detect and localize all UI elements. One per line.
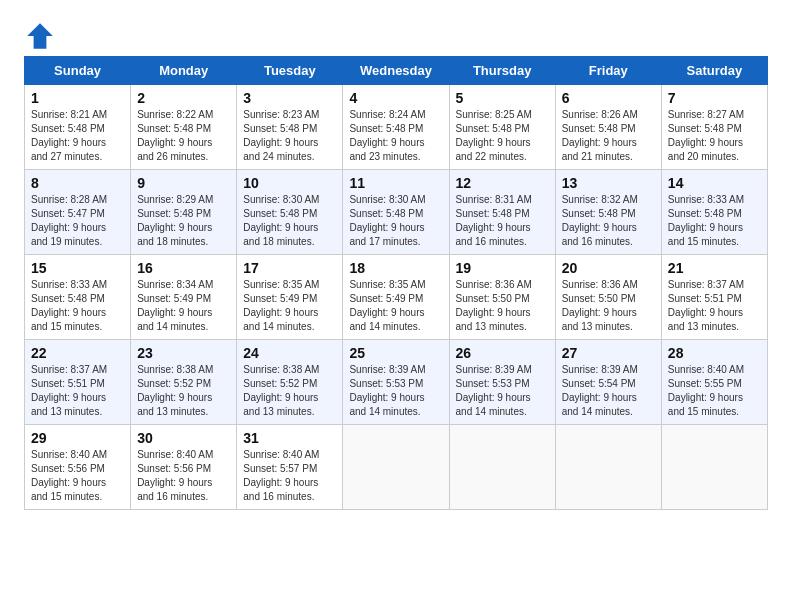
header bbox=[24, 20, 768, 52]
day-info: Sunrise: 8:40 AMSunset: 5:56 PMDaylight:… bbox=[31, 449, 107, 502]
day-info: Sunrise: 8:35 AMSunset: 5:49 PMDaylight:… bbox=[243, 279, 319, 332]
day-number: 23 bbox=[137, 345, 230, 361]
calendar-cell: 15 Sunrise: 8:33 AMSunset: 5:48 PMDaylig… bbox=[25, 255, 131, 340]
day-number: 26 bbox=[456, 345, 549, 361]
day-info: Sunrise: 8:33 AMSunset: 5:48 PMDaylight:… bbox=[668, 194, 744, 247]
day-header-wednesday: Wednesday bbox=[343, 57, 449, 85]
calendar-week-1: 1 Sunrise: 8:21 AMSunset: 5:48 PMDayligh… bbox=[25, 85, 768, 170]
day-info: Sunrise: 8:38 AMSunset: 5:52 PMDaylight:… bbox=[243, 364, 319, 417]
day-info: Sunrise: 8:25 AMSunset: 5:48 PMDaylight:… bbox=[456, 109, 532, 162]
day-number: 10 bbox=[243, 175, 336, 191]
day-info: Sunrise: 8:37 AMSunset: 5:51 PMDaylight:… bbox=[668, 279, 744, 332]
day-number: 21 bbox=[668, 260, 761, 276]
day-info: Sunrise: 8:39 AMSunset: 5:54 PMDaylight:… bbox=[562, 364, 638, 417]
day-header-monday: Monday bbox=[131, 57, 237, 85]
calendar-cell: 8 Sunrise: 8:28 AMSunset: 5:47 PMDayligh… bbox=[25, 170, 131, 255]
day-number: 16 bbox=[137, 260, 230, 276]
day-info: Sunrise: 8:28 AMSunset: 5:47 PMDaylight:… bbox=[31, 194, 107, 247]
svg-marker-0 bbox=[27, 23, 53, 49]
calendar-cell bbox=[661, 425, 767, 510]
calendar-cell: 13 Sunrise: 8:32 AMSunset: 5:48 PMDaylig… bbox=[555, 170, 661, 255]
calendar-cell: 21 Sunrise: 8:37 AMSunset: 5:51 PMDaylig… bbox=[661, 255, 767, 340]
day-header-friday: Friday bbox=[555, 57, 661, 85]
day-number: 2 bbox=[137, 90, 230, 106]
calendar-cell: 4 Sunrise: 8:24 AMSunset: 5:48 PMDayligh… bbox=[343, 85, 449, 170]
day-info: Sunrise: 8:36 AMSunset: 5:50 PMDaylight:… bbox=[562, 279, 638, 332]
day-info: Sunrise: 8:38 AMSunset: 5:52 PMDaylight:… bbox=[137, 364, 213, 417]
day-number: 13 bbox=[562, 175, 655, 191]
day-number: 8 bbox=[31, 175, 124, 191]
calendar-header-row: SundayMondayTuesdayWednesdayThursdayFrid… bbox=[25, 57, 768, 85]
calendar-cell: 10 Sunrise: 8:30 AMSunset: 5:48 PMDaylig… bbox=[237, 170, 343, 255]
day-header-thursday: Thursday bbox=[449, 57, 555, 85]
day-header-tuesday: Tuesday bbox=[237, 57, 343, 85]
day-number: 12 bbox=[456, 175, 549, 191]
calendar-cell: 29 Sunrise: 8:40 AMSunset: 5:56 PMDaylig… bbox=[25, 425, 131, 510]
day-number: 18 bbox=[349, 260, 442, 276]
day-info: Sunrise: 8:27 AMSunset: 5:48 PMDaylight:… bbox=[668, 109, 744, 162]
day-info: Sunrise: 8:37 AMSunset: 5:51 PMDaylight:… bbox=[31, 364, 107, 417]
day-info: Sunrise: 8:39 AMSunset: 5:53 PMDaylight:… bbox=[456, 364, 532, 417]
calendar-cell: 1 Sunrise: 8:21 AMSunset: 5:48 PMDayligh… bbox=[25, 85, 131, 170]
calendar-cell: 17 Sunrise: 8:35 AMSunset: 5:49 PMDaylig… bbox=[237, 255, 343, 340]
calendar-cell: 27 Sunrise: 8:39 AMSunset: 5:54 PMDaylig… bbox=[555, 340, 661, 425]
day-number: 22 bbox=[31, 345, 124, 361]
day-number: 29 bbox=[31, 430, 124, 446]
day-number: 27 bbox=[562, 345, 655, 361]
calendar-cell: 30 Sunrise: 8:40 AMSunset: 5:56 PMDaylig… bbox=[131, 425, 237, 510]
calendar-week-4: 22 Sunrise: 8:37 AMSunset: 5:51 PMDaylig… bbox=[25, 340, 768, 425]
calendar-cell: 7 Sunrise: 8:27 AMSunset: 5:48 PMDayligh… bbox=[661, 85, 767, 170]
logo-icon bbox=[24, 20, 56, 52]
day-number: 25 bbox=[349, 345, 442, 361]
calendar-cell: 31 Sunrise: 8:40 AMSunset: 5:57 PMDaylig… bbox=[237, 425, 343, 510]
calendar-cell: 22 Sunrise: 8:37 AMSunset: 5:51 PMDaylig… bbox=[25, 340, 131, 425]
calendar-cell bbox=[449, 425, 555, 510]
calendar-week-5: 29 Sunrise: 8:40 AMSunset: 5:56 PMDaylig… bbox=[25, 425, 768, 510]
day-number: 24 bbox=[243, 345, 336, 361]
calendar-cell: 24 Sunrise: 8:38 AMSunset: 5:52 PMDaylig… bbox=[237, 340, 343, 425]
day-info: Sunrise: 8:21 AMSunset: 5:48 PMDaylight:… bbox=[31, 109, 107, 162]
calendar-cell bbox=[555, 425, 661, 510]
day-header-saturday: Saturday bbox=[661, 57, 767, 85]
calendar-cell: 25 Sunrise: 8:39 AMSunset: 5:53 PMDaylig… bbox=[343, 340, 449, 425]
day-number: 17 bbox=[243, 260, 336, 276]
day-info: Sunrise: 8:30 AMSunset: 5:48 PMDaylight:… bbox=[243, 194, 319, 247]
day-info: Sunrise: 8:32 AMSunset: 5:48 PMDaylight:… bbox=[562, 194, 638, 247]
calendar-cell: 5 Sunrise: 8:25 AMSunset: 5:48 PMDayligh… bbox=[449, 85, 555, 170]
calendar-cell: 12 Sunrise: 8:31 AMSunset: 5:48 PMDaylig… bbox=[449, 170, 555, 255]
day-header-sunday: Sunday bbox=[25, 57, 131, 85]
day-info: Sunrise: 8:24 AMSunset: 5:48 PMDaylight:… bbox=[349, 109, 425, 162]
day-number: 28 bbox=[668, 345, 761, 361]
day-info: Sunrise: 8:40 AMSunset: 5:57 PMDaylight:… bbox=[243, 449, 319, 502]
calendar-cell: 16 Sunrise: 8:34 AMSunset: 5:49 PMDaylig… bbox=[131, 255, 237, 340]
day-info: Sunrise: 8:30 AMSunset: 5:48 PMDaylight:… bbox=[349, 194, 425, 247]
day-number: 31 bbox=[243, 430, 336, 446]
calendar-week-2: 8 Sunrise: 8:28 AMSunset: 5:47 PMDayligh… bbox=[25, 170, 768, 255]
calendar-cell: 9 Sunrise: 8:29 AMSunset: 5:48 PMDayligh… bbox=[131, 170, 237, 255]
day-info: Sunrise: 8:26 AMSunset: 5:48 PMDaylight:… bbox=[562, 109, 638, 162]
day-number: 9 bbox=[137, 175, 230, 191]
calendar-cell: 20 Sunrise: 8:36 AMSunset: 5:50 PMDaylig… bbox=[555, 255, 661, 340]
day-info: Sunrise: 8:39 AMSunset: 5:53 PMDaylight:… bbox=[349, 364, 425, 417]
day-number: 6 bbox=[562, 90, 655, 106]
logo bbox=[24, 20, 60, 52]
day-number: 15 bbox=[31, 260, 124, 276]
day-number: 14 bbox=[668, 175, 761, 191]
day-number: 1 bbox=[31, 90, 124, 106]
day-number: 3 bbox=[243, 90, 336, 106]
day-info: Sunrise: 8:35 AMSunset: 5:49 PMDaylight:… bbox=[349, 279, 425, 332]
calendar-cell: 6 Sunrise: 8:26 AMSunset: 5:48 PMDayligh… bbox=[555, 85, 661, 170]
day-info: Sunrise: 8:40 AMSunset: 5:56 PMDaylight:… bbox=[137, 449, 213, 502]
calendar-cell bbox=[343, 425, 449, 510]
day-number: 20 bbox=[562, 260, 655, 276]
calendar-cell: 18 Sunrise: 8:35 AMSunset: 5:49 PMDaylig… bbox=[343, 255, 449, 340]
calendar-cell: 2 Sunrise: 8:22 AMSunset: 5:48 PMDayligh… bbox=[131, 85, 237, 170]
calendar-cell: 23 Sunrise: 8:38 AMSunset: 5:52 PMDaylig… bbox=[131, 340, 237, 425]
day-info: Sunrise: 8:33 AMSunset: 5:48 PMDaylight:… bbox=[31, 279, 107, 332]
day-number: 19 bbox=[456, 260, 549, 276]
day-number: 4 bbox=[349, 90, 442, 106]
day-info: Sunrise: 8:29 AMSunset: 5:48 PMDaylight:… bbox=[137, 194, 213, 247]
calendar-table: SundayMondayTuesdayWednesdayThursdayFrid… bbox=[24, 56, 768, 510]
day-info: Sunrise: 8:34 AMSunset: 5:49 PMDaylight:… bbox=[137, 279, 213, 332]
calendar-cell: 14 Sunrise: 8:33 AMSunset: 5:48 PMDaylig… bbox=[661, 170, 767, 255]
